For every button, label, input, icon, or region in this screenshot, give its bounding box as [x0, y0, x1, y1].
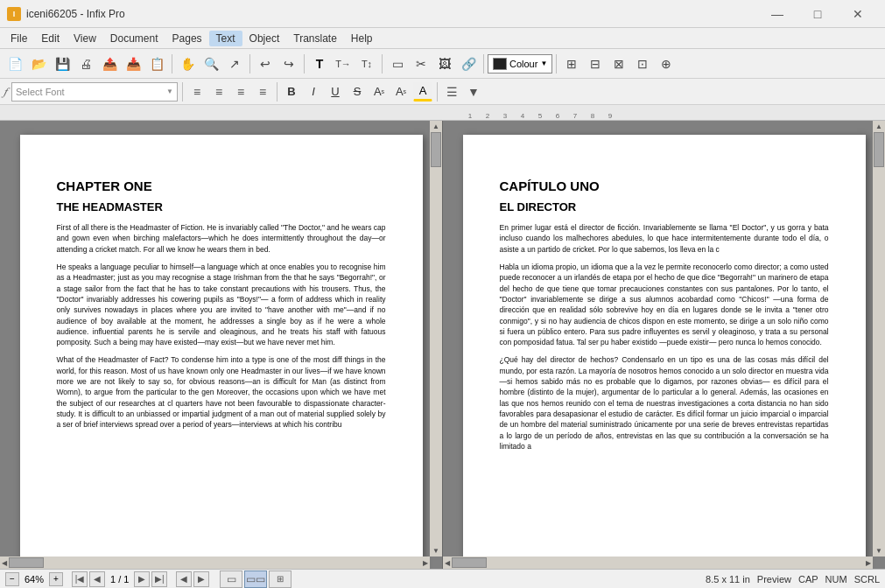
ruler-mark-4: 4	[514, 112, 531, 120]
extra-btn3[interactable]: ⊠	[608, 52, 630, 75]
extra-btn4[interactable]: ⊡	[631, 52, 654, 75]
extra-btn2[interactable]: ⊟	[584, 52, 607, 75]
last-page-button[interactable]: ▶|	[151, 571, 167, 587]
italic-button[interactable]: I	[304, 82, 323, 102]
new-button[interactable]: 📄	[4, 52, 26, 75]
prev-page-button[interactable]: ◀	[89, 571, 105, 587]
zoom-button[interactable]: 🔍	[200, 52, 222, 75]
scroll-prev-button[interactable]: ◀	[176, 571, 192, 587]
menu-help[interactable]: Help	[344, 31, 380, 46]
print-button[interactable]: 🖨	[74, 52, 97, 75]
main-toolbar: 📄 📂 💾 🖨 📤 📥 📋 ✋ 🔍 ↗ ↩ ↪ T T→ T↕ ▭	[0, 49, 885, 79]
ruler-mark-2: 2	[479, 112, 496, 120]
image-btn[interactable]: 🖼	[433, 52, 456, 75]
left-hscrollbar[interactable]: ◀ ▶	[0, 556, 430, 569]
two-page-view-button[interactable]: ▭▭	[244, 570, 267, 588]
align-right-button[interactable]: ≡	[231, 82, 250, 102]
close-button[interactable]: ✕	[838, 0, 878, 28]
select-button[interactable]: ↗	[223, 52, 246, 75]
right-scroll-up[interactable]: ▲	[875, 122, 882, 130]
content-area: CHAPTER ONE THE HEADMASTER First of all …	[0, 121, 885, 569]
undo-button[interactable]: ↩	[254, 52, 277, 75]
first-page-button[interactable]: |◀	[72, 571, 88, 587]
colour-dropdown-icon: ▼	[540, 60, 547, 67]
scroll-next-button[interactable]: ▶	[193, 571, 209, 587]
right-hscroll-left[interactable]: ◀	[445, 559, 450, 567]
align-left-button[interactable]: ≡	[187, 82, 207, 102]
export-button[interactable]: 📤	[98, 52, 121, 75]
left-scroll-thumb[interactable]	[431, 132, 441, 167]
left-vscrollbar[interactable]: ▲ ▼	[430, 121, 442, 556]
right-hscroll-right[interactable]: ▶	[866, 559, 871, 567]
right-page-scroll[interactable]: CAPÍTULO UNO EL DIRECTOR En primer lugar…	[443, 121, 885, 569]
right-paragraph-3: ¿Qué hay del director de hechos? Condens…	[500, 354, 829, 452]
align-justify-button[interactable]: ≡	[253, 82, 272, 102]
redo-button[interactable]: ↪	[277, 52, 300, 75]
menu-document[interactable]: Document	[103, 31, 165, 46]
left-hscroll-left[interactable]: ◀	[2, 559, 7, 567]
menu-object[interactable]: Object	[242, 31, 287, 46]
font-select[interactable]: Select Font	[11, 82, 178, 102]
left-page-scroll[interactable]: CHAPTER ONE THE HEADMASTER First of all …	[0, 121, 442, 569]
colour-button[interactable]: Colour ▼	[488, 54, 552, 74]
right-hscrollbar[interactable]: ◀ ▶	[443, 556, 873, 569]
strikethrough-button[interactable]: S	[348, 82, 367, 102]
left-paragraph-2: He speaks a language peculiar to himself…	[57, 262, 386, 348]
zoom-in-button[interactable]: +	[49, 572, 63, 586]
import-button[interactable]: 📥	[122, 52, 144, 75]
single-page-view-button[interactable]: ▭	[220, 570, 242, 588]
paper-size: 8.5 x 11 in	[706, 574, 750, 584]
left-section-title: THE HEADMASTER	[57, 200, 386, 214]
maximize-button[interactable]: □	[797, 0, 838, 28]
right-scroll-thumb[interactable]	[874, 132, 884, 167]
highlight-button[interactable]: A	[413, 82, 432, 102]
left-hscroll-right[interactable]: ▶	[423, 559, 428, 567]
minimize-button[interactable]: —	[757, 0, 797, 28]
ruler: 1 2 3 4 5 6 7 8 9	[0, 105, 885, 121]
list-button[interactable]: ☰	[442, 82, 461, 102]
indent-button[interactable]: ▼	[464, 82, 483, 102]
bold-button[interactable]: B	[282, 82, 301, 102]
continuous-view-button[interactable]: ⊞	[269, 570, 291, 588]
left-page-panel: CHAPTER ONE THE HEADMASTER First of all …	[0, 121, 443, 569]
left-page-document: CHAPTER ONE THE HEADMASTER First of all …	[20, 135, 423, 569]
underline-button[interactable]: U	[326, 82, 345, 102]
zoom-control: − 64% +	[5, 572, 63, 586]
left-scroll-up[interactable]: ▲	[432, 122, 439, 130]
align-center-button[interactable]: ≡	[209, 82, 228, 102]
menu-text[interactable]: Text	[209, 31, 242, 46]
text-tool-button[interactable]: T	[308, 52, 331, 75]
extra-btn5[interactable]: ⊕	[655, 52, 678, 75]
left-hscroll-thumb[interactable]	[9, 557, 44, 568]
right-scroll-down[interactable]: ▼	[875, 547, 882, 555]
right-hscroll-thumb[interactable]	[452, 557, 487, 568]
shape-btn1[interactable]: ▭	[386, 52, 409, 75]
window-controls: — □ ✕	[757, 0, 878, 28]
next-page-button[interactable]: ▶	[134, 571, 150, 587]
subscript-button[interactable]: As	[391, 82, 411, 102]
zoom-out-button[interactable]: −	[5, 572, 19, 586]
left-scroll-down[interactable]: ▼	[432, 547, 439, 555]
hand-tool-button[interactable]: ✋	[176, 52, 199, 75]
ruler-mark-5: 5	[531, 112, 549, 120]
text-flow-button[interactable]: T→	[332, 52, 355, 75]
save-button[interactable]: 💾	[51, 52, 74, 75]
scroll-nav: ◀ ▶	[176, 571, 209, 587]
shape-btn2[interactable]: ✂	[410, 52, 432, 75]
ruler-mark-1: 1	[461, 112, 479, 120]
menu-pages[interactable]: Pages	[165, 31, 209, 46]
scrl-indicator: SCRL	[854, 574, 880, 584]
menu-view[interactable]: View	[67, 31, 103, 46]
superscript-button[interactable]: As	[369, 82, 389, 102]
menu-file[interactable]: File	[4, 31, 34, 46]
ruler-mark-6: 6	[549, 112, 566, 120]
open-button[interactable]: 📂	[27, 52, 50, 75]
link-btn[interactable]: 🔗	[457, 52, 480, 75]
extra-btn1[interactable]: ⊞	[560, 52, 583, 75]
menu-edit[interactable]: Edit	[34, 31, 67, 46]
text-edit-button[interactable]: T↕	[355, 52, 378, 75]
ruler-mark-3: 3	[496, 112, 514, 120]
right-vscrollbar[interactable]: ▲ ▼	[873, 121, 885, 556]
file-btn6[interactable]: 📋	[145, 52, 168, 75]
menu-translate[interactable]: Translate	[286, 31, 344, 46]
